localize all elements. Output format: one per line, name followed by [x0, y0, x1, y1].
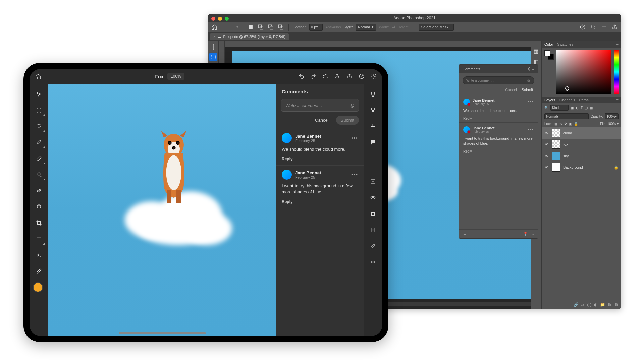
crop-tool-icon[interactable]	[34, 218, 44, 228]
comment-input[interactable]: Write a comment... @	[463, 76, 534, 84]
type-tool-icon[interactable]	[34, 234, 44, 244]
eyedropper-tool-icon[interactable]	[34, 266, 44, 276]
adjust-icon[interactable]	[368, 121, 378, 131]
document-tab[interactable]: × ☁ Fox.psdc @ 67.25% (Layer 0, RGB/8)	[210, 33, 289, 40]
comments-icon[interactable]	[368, 137, 378, 147]
fill-tool-icon[interactable]	[34, 170, 44, 180]
foreground-color-swatch[interactable]	[33, 282, 43, 292]
layer-mask-icon[interactable]: ◯	[587, 302, 591, 307]
layer-fx-icon[interactable]: fx	[581, 302, 584, 307]
swap-icon[interactable]: ⇄	[392, 25, 395, 29]
mention-icon[interactable]: @	[350, 103, 355, 108]
selection-new-icon[interactable]	[247, 23, 254, 31]
layer-row[interactable]: 👁 Background 🔒	[542, 162, 621, 173]
comment-item[interactable]: Jane Bennet February 25 ••• I want to tr…	[459, 122, 538, 155]
tab-channels[interactable]: Channels	[559, 98, 575, 102]
submit-button[interactable]: Submit	[336, 116, 359, 125]
style-select[interactable]: Normal▾	[356, 24, 376, 31]
edit-icon[interactable]	[368, 241, 378, 251]
comment-menu-icon[interactable]: •••	[351, 135, 358, 141]
pin-toggle-icon[interactable]: 📍	[523, 232, 528, 236]
invite-icon[interactable]	[333, 72, 342, 81]
gear-icon[interactable]	[369, 72, 378, 81]
link-layers-icon[interactable]: 🔗	[574, 302, 579, 307]
marquee-tool-icon[interactable]	[209, 53, 217, 61]
home-icon[interactable]	[34, 72, 43, 81]
feather-input[interactable]	[309, 24, 323, 31]
comment-menu-icon[interactable]: •••	[351, 172, 358, 177]
list-view-icon[interactable]: ≡	[532, 67, 534, 71]
layer-row[interactable]: 👁 fox	[542, 139, 621, 150]
tab-color[interactable]: Color	[544, 42, 553, 46]
place-image-icon[interactable]	[34, 250, 44, 260]
layer-properties-icon[interactable]	[368, 105, 378, 115]
panel-icon[interactable]: ▦	[533, 48, 539, 54]
color-picker[interactable]	[556, 50, 611, 94]
filter-adjust-icon[interactable]: ◐	[576, 106, 579, 110]
submit-button[interactable]: Submit	[522, 88, 533, 92]
collapse-icon[interactable]: ⟩⟩	[528, 67, 530, 71]
maximize-window-button[interactable]	[225, 17, 229, 21]
selection-subtract-icon[interactable]	[267, 23, 274, 31]
mask-icon[interactable]	[368, 209, 378, 219]
heal-tool-icon[interactable]	[34, 186, 44, 196]
ipad-canvas[interactable]	[48, 84, 276, 336]
selection-add-icon[interactable]	[257, 23, 264, 31]
reply-button[interactable]: Reply	[282, 199, 358, 204]
adjustment-layer-icon[interactable]: ◐	[594, 302, 597, 307]
layer-row[interactable]: 👁 cloud	[542, 127, 621, 139]
visibility-toggle-icon[interactable]: 👁	[544, 131, 549, 135]
close-window-button[interactable]	[211, 17, 215, 21]
show-touch-icon[interactable]	[368, 193, 378, 202]
close-tab-icon[interactable]: ×	[213, 35, 215, 39]
layer-kind-select[interactable]	[550, 105, 569, 111]
eraser-tool-icon[interactable]	[34, 154, 44, 164]
move-tool-icon[interactable]	[209, 43, 217, 51]
lock-artboard-icon[interactable]: ▣	[569, 122, 572, 126]
foreground-background-swatch[interactable]	[544, 50, 554, 60]
comment-menu-icon[interactable]: •••	[527, 100, 534, 104]
filter-shape-icon[interactable]: ▢	[585, 106, 588, 110]
panel-menu-icon[interactable]: ≡	[616, 42, 619, 46]
delete-layer-icon[interactable]: 🗑	[614, 302, 619, 307]
tab-swatches[interactable]: Swatches	[557, 42, 573, 46]
transform-tool-icon[interactable]	[34, 105, 44, 115]
marquee-tool-icon[interactable]	[226, 23, 234, 31]
share-icon[interactable]	[345, 72, 354, 81]
selection-intersect-icon[interactable]	[277, 23, 284, 31]
share-icon[interactable]	[611, 23, 619, 31]
filter-icon[interactable]: ▽	[531, 232, 534, 236]
blend-mode-select[interactable]: Normal ▾	[544, 113, 589, 119]
new-group-icon[interactable]: 📁	[600, 302, 605, 307]
fill-input[interactable]: 100% ▾	[607, 122, 619, 126]
visibility-toggle-icon[interactable]: 👁	[544, 165, 549, 170]
opacity-input[interactable]: 100% ▾	[605, 113, 619, 119]
brush-tool-icon[interactable]	[34, 137, 44, 147]
filter-type-icon[interactable]: T	[581, 106, 583, 110]
visibility-toggle-icon[interactable]: 👁	[544, 154, 549, 158]
cloud-account-icon[interactable]	[579, 23, 586, 31]
lasso-tool-icon[interactable]	[34, 121, 44, 131]
search-icon[interactable]	[590, 23, 597, 31]
lock-position-icon[interactable]: ✥	[564, 122, 567, 126]
move-tool-icon[interactable]	[34, 89, 44, 99]
cloud-sync-icon[interactable]	[321, 72, 330, 81]
select-and-mask-button[interactable]: Select and Mask...	[419, 24, 454, 31]
mention-icon[interactable]: @	[527, 79, 531, 82]
horizontal-ruler[interactable]	[219, 41, 541, 47]
comment-item[interactable]: Jane Bennet February 25 ••• We should bl…	[276, 129, 364, 165]
reply-button[interactable]: Reply	[282, 157, 358, 161]
workspace-icon[interactable]	[600, 23, 608, 31]
comment-input[interactable]: Write a comment... @	[281, 99, 359, 112]
zoom-level[interactable]: 100%	[167, 73, 184, 80]
redo-icon[interactable]	[309, 72, 318, 81]
hue-slider[interactable]	[614, 50, 619, 94]
ipad-home-indicator[interactable]	[119, 332, 206, 334]
lock-transparent-icon[interactable]: ▦	[554, 122, 557, 126]
tab-layers[interactable]: Layers	[544, 98, 555, 102]
add-layer-icon[interactable]	[368, 177, 378, 186]
reply-button[interactable]: Reply	[463, 117, 534, 120]
comment-menu-icon[interactable]: •••	[527, 127, 534, 132]
undo-icon[interactable]	[297, 72, 306, 81]
filter-pixel-icon[interactable]: ▣	[571, 106, 574, 110]
